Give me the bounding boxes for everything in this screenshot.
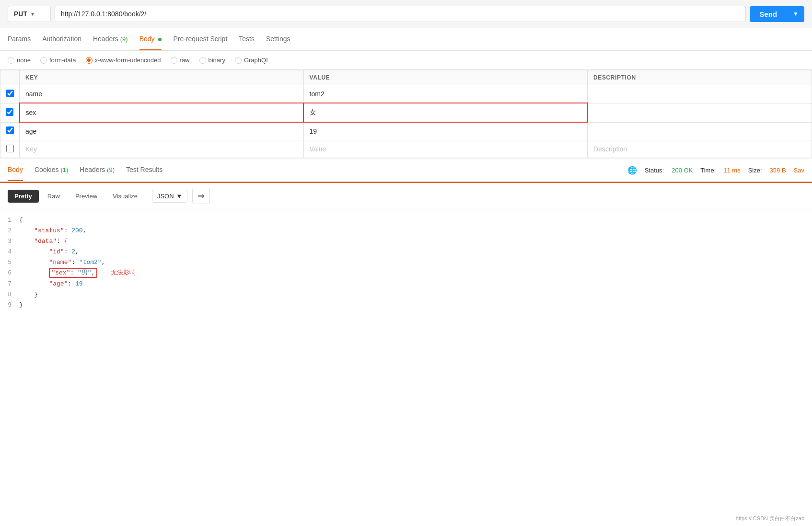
radio-circle-form-data bbox=[40, 57, 47, 64]
globe-icon: 🌐 bbox=[627, 166, 637, 175]
line-num-8: 8 bbox=[0, 289, 19, 300]
row-value-sex: 女 bbox=[304, 103, 587, 122]
code-content-7: "age": 19 bbox=[19, 279, 812, 289]
code-line-5: 5 "name": "tom2", bbox=[0, 257, 812, 268]
size-label: Size: bbox=[748, 167, 762, 174]
response-tab-headers[interactable]: Headers (9) bbox=[80, 159, 115, 181]
row-desc-cell-sex[interactable] bbox=[588, 103, 812, 122]
row-desc-age bbox=[588, 126, 812, 136]
response-comment: 无法影响 bbox=[111, 269, 136, 276]
row-key-cell[interactable]: name bbox=[20, 85, 304, 103]
wrap-button[interactable]: ⇒ bbox=[192, 188, 210, 204]
response-tab-body[interactable]: Body bbox=[8, 159, 23, 181]
url-bar: PUT ▼ Send ▼ bbox=[0, 0, 812, 28]
tab-pre-request[interactable]: Pre-request Script bbox=[173, 28, 227, 50]
method-label: PUT bbox=[14, 10, 27, 18]
row-checkbox-placeholder[interactable] bbox=[6, 145, 14, 152]
send-dropdown-icon[interactable]: ▼ bbox=[787, 11, 804, 17]
response-toolbar: Pretty Raw Preview Visualize JSON ▼ ⇒ bbox=[0, 183, 812, 209]
code-line-1: 1 { bbox=[0, 215, 812, 226]
radio-circle-graphql bbox=[235, 57, 242, 64]
response-meta: 🌐 Status: 200 OK Time: 11 ms Size: 359 B… bbox=[627, 166, 804, 175]
row-desc-cell-age[interactable] bbox=[588, 122, 812, 140]
col-value: VALUE bbox=[303, 70, 588, 85]
col-checkbox bbox=[0, 70, 20, 85]
row-key-sex: sex bbox=[20, 104, 303, 121]
radio-form-data[interactable]: form-data bbox=[40, 57, 76, 64]
row-value-cell[interactable]: tom2 bbox=[303, 85, 588, 103]
row-desc-sex bbox=[588, 108, 812, 117]
row-value-cell-placeholder[interactable]: Value bbox=[303, 140, 588, 158]
tab-authorization[interactable]: Authorization bbox=[42, 28, 81, 50]
radio-binary[interactable]: binary bbox=[199, 57, 225, 64]
send-label: Send bbox=[750, 10, 787, 18]
line-num-3: 3 bbox=[0, 236, 19, 247]
row-value-cell-sex[interactable]: 女 bbox=[303, 103, 588, 122]
col-key: KEY bbox=[20, 70, 304, 85]
json-code-block: 1 { 2 "status": 200, 3 "data": { 4 "id":… bbox=[0, 209, 812, 316]
code-line-8: 8 } bbox=[0, 289, 812, 300]
response-tabs-bar: Body Cookies (1) Headers (9) Test Result… bbox=[0, 159, 812, 182]
send-button[interactable]: Send ▼ bbox=[750, 6, 804, 22]
row-checkbox[interactable] bbox=[6, 90, 14, 97]
radio-graphql[interactable]: GraphQL bbox=[235, 57, 269, 64]
line-num-6: 6 bbox=[0, 268, 19, 278]
row-checkbox-age[interactable] bbox=[6, 126, 14, 134]
save-link[interactable]: Sav bbox=[794, 167, 804, 174]
row-value-cell-age[interactable]: 19 bbox=[303, 122, 588, 140]
json-format-select[interactable]: JSON ▼ bbox=[152, 190, 188, 203]
row-key-placeholder: Key bbox=[20, 140, 303, 158]
row-desc-cell-placeholder[interactable]: Description bbox=[588, 140, 812, 158]
row-checkbox-sex[interactable] bbox=[6, 108, 13, 116]
row-value-placeholder: Value bbox=[304, 140, 588, 158]
code-content-2: "status": 200, bbox=[19, 226, 812, 236]
row-key-cell-sex[interactable]: sex bbox=[20, 103, 304, 122]
table-row-sex: sex 女 bbox=[0, 103, 812, 122]
response-tab-test-results[interactable]: Test Results bbox=[126, 159, 162, 181]
row-desc-cell[interactable] bbox=[588, 85, 812, 103]
tab-body[interactable]: Body bbox=[139, 28, 162, 50]
row-checkbox-cell[interactable] bbox=[0, 85, 20, 103]
tab-params[interactable]: Params bbox=[8, 28, 31, 50]
tab-headers[interactable]: Headers (9) bbox=[93, 28, 128, 50]
resp-tab-preview[interactable]: Preview bbox=[69, 190, 104, 203]
size-value: 359 B bbox=[770, 167, 786, 174]
method-select[interactable]: PUT ▼ bbox=[8, 6, 51, 22]
code-content-3: "data": { bbox=[19, 236, 812, 247]
row-value-age: 19 bbox=[304, 123, 588, 140]
body-type-row: none form-data x-www-form-urlencoded raw… bbox=[0, 51, 812, 70]
radio-circle-binary bbox=[199, 57, 206, 64]
body-dot bbox=[158, 38, 162, 41]
row-checkbox-cell-age[interactable] bbox=[0, 122, 20, 140]
row-key-cell-placeholder[interactable]: Key bbox=[20, 140, 304, 158]
tab-settings[interactable]: Settings bbox=[266, 28, 290, 50]
code-line-4: 4 "id": 2, bbox=[0, 247, 812, 257]
cookies-badge: (1) bbox=[60, 166, 68, 173]
row-checkbox-cell-placeholder[interactable] bbox=[0, 140, 20, 158]
row-key-cell-age[interactable]: age bbox=[20, 122, 304, 140]
resp-tab-visualize[interactable]: Visualize bbox=[106, 190, 144, 203]
code-content-8: } bbox=[19, 289, 812, 300]
json-format-label: JSON bbox=[157, 193, 174, 200]
url-input[interactable] bbox=[55, 6, 746, 22]
resp-tab-pretty[interactable]: Pretty bbox=[8, 190, 39, 203]
params-table: KEY VALUE DESCRIPTION name tom2 bbox=[0, 70, 812, 158]
code-content-5: "name": "tom2", bbox=[19, 257, 812, 268]
table-row: name tom2 bbox=[0, 85, 812, 103]
line-num-4: 4 bbox=[0, 247, 19, 257]
row-checkbox-cell-sex[interactable] bbox=[0, 103, 20, 122]
line-num-9: 9 bbox=[0, 300, 19, 310]
code-line-2: 2 "status": 200, bbox=[0, 226, 812, 236]
response-tab-cookies[interactable]: Cookies (1) bbox=[35, 159, 68, 181]
col-description: DESCRIPTION bbox=[588, 70, 812, 85]
radio-none[interactable]: none bbox=[8, 57, 31, 64]
radio-urlencoded[interactable]: x-www-form-urlencoded bbox=[86, 57, 161, 64]
status-label: Status: bbox=[645, 167, 664, 174]
resp-tab-raw[interactable]: Raw bbox=[41, 190, 67, 203]
radio-raw[interactable]: raw bbox=[171, 57, 190, 64]
table-row-placeholder: Key Value Description bbox=[0, 140, 812, 158]
code-line-7: 7 "age": 19 bbox=[0, 279, 812, 289]
tab-tests[interactable]: Tests bbox=[239, 28, 255, 50]
code-line-3: 3 "data": { bbox=[0, 236, 812, 247]
row-desc-placeholder: Description bbox=[588, 140, 812, 158]
